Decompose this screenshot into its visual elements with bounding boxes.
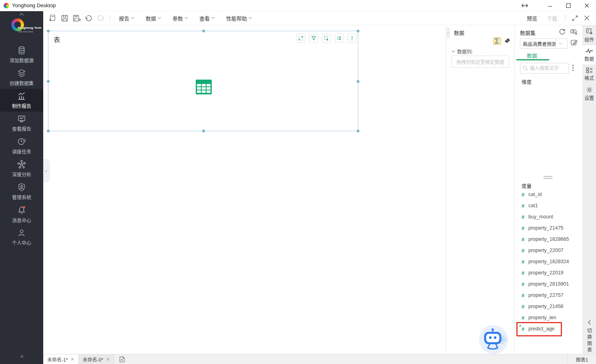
menu-report[interactable]: 报告 [113, 11, 140, 25]
sidebar-item-view-report[interactable]: 查看报告 [0, 112, 43, 134]
sidebar-item-deep-analysis[interactable]: 深度分析 [0, 157, 43, 180]
save-as-button[interactable] [70, 13, 82, 23]
close-tab-icon[interactable]: ✕ [106, 357, 110, 362]
sidebar-item-management-system[interactable]: 管理系统 [0, 180, 43, 203]
resize-handle-e[interactable] [357, 80, 359, 83]
report-canvas[interactable]: 表 [43, 25, 446, 354]
measure-item[interactable]: A# property_1628665 [515, 234, 583, 245]
edit-dataset-button[interactable] [570, 39, 578, 48]
resize-handle-se[interactable] [357, 130, 359, 132]
measure-item[interactable]: A# buy_mount [515, 211, 583, 222]
new-page-button[interactable] [119, 356, 125, 363]
dataset-panel: 数据集 商品消费者预测 数据 [514, 25, 582, 354]
dataset-panel-title: 数据集 [520, 29, 536, 36]
measure-name: property_1628324 [528, 259, 569, 264]
blend-data-icon[interactable] [570, 28, 578, 37]
table-component[interactable]: 表 [48, 31, 358, 131]
resize-handle-sw[interactable] [47, 130, 50, 132]
drop-zone[interactable]: 拖拽列到这里绑定数据 [452, 56, 509, 68]
sidebar-collapse-up[interactable] [0, 11, 43, 18]
panel-splitter-handle[interactable] [544, 176, 552, 179]
sidebar-collapse-left[interactable]: « [20, 353, 23, 359]
preview-button[interactable]: 预览 [522, 14, 542, 22]
dataset-select[interactable]: 商品消费者预测 [520, 38, 568, 49]
ai-assistant-button[interactable] [479, 325, 508, 354]
search-input[interactable] [530, 66, 566, 71]
measure-item[interactable]: A# property_len [515, 312, 583, 323]
measure-name: buy_mount [528, 214, 553, 220]
number-field-icon: A# [522, 203, 528, 209]
measure-item[interactable]: A# property_22757 [515, 290, 583, 301]
maximize-component-button[interactable] [296, 34, 305, 43]
maximize-button[interactable] [559, 0, 578, 11]
filter-button[interactable] [309, 34, 318, 43]
aggregate-sigma-button[interactable] [493, 37, 501, 45]
measure-item[interactable]: A# predict_age [515, 323, 583, 334]
titlebar: Yonghong Desktop [0, 0, 596, 11]
sidebar-item-make-report[interactable]: 制作报告 [0, 89, 43, 112]
resize-handle-ne[interactable] [357, 30, 359, 32]
measure-item[interactable]: A# property_21458 [515, 301, 583, 312]
save-button[interactable] [58, 13, 70, 23]
measure-item[interactable]: A# cat1 [515, 200, 583, 211]
sidebar-item-add-datasource[interactable]: 添加数据源 [0, 43, 43, 66]
menu-data[interactable]: 数据 [140, 11, 167, 25]
sidebar-expand-flap[interactable]: › [43, 159, 50, 182]
collapse-panel-tab[interactable]: › [446, 28, 450, 38]
format-grid-icon [586, 67, 593, 73]
resize-handle-nw[interactable] [47, 30, 50, 32]
measure-item[interactable]: A# property_1628324 [515, 256, 583, 267]
close-editor-button[interactable] [581, 13, 593, 23]
more-options-button[interactable] [347, 34, 357, 43]
rail-tab-components[interactable]: 组件 [582, 25, 596, 45]
eraser-button[interactable] [504, 38, 511, 46]
close-window-button[interactable] [578, 0, 596, 11]
fullscreen-icon[interactable] [569, 13, 581, 23]
download-button[interactable]: 下载 [542, 14, 562, 22]
measure-item[interactable]: A# cat_id [515, 189, 583, 200]
left-nav-sidebar: Yonghong Tech Talk with Data 添加数据源 创建数据集 [0, 11, 43, 364]
rail-tab-settings[interactable]: 设置 [582, 84, 596, 104]
switch-chart-control[interactable]: 切换图表 [582, 320, 596, 354]
redo-button[interactable] [94, 13, 106, 23]
resize-horizontal-icon[interactable] [522, 0, 528, 11]
measure-item[interactable]: A# property_21475 [515, 222, 583, 234]
resize-handle-w[interactable] [47, 80, 50, 83]
sidebar-item-personal-center[interactable]: 个人中心 [0, 226, 43, 248]
rail-tab-data[interactable]: 数据 [582, 45, 596, 64]
measure-item[interactable]: A# property_2815901 [515, 278, 583, 290]
minimize-button[interactable] [541, 0, 559, 11]
data-columns-section[interactable]: 数据列: [452, 48, 473, 55]
sidebar-item-schedule-tasks[interactable]: 调度任务 [0, 134, 43, 157]
menu-view[interactable]: 查看 [194, 11, 221, 25]
page-tab-1[interactable]: 未命名-1* ✕ [43, 354, 79, 364]
page-tab-0[interactable]: 未命名-0* ✕ [79, 354, 114, 364]
measure-item[interactable]: A# property_22019 [515, 267, 583, 278]
measure-item[interactable]: A# property_22007 [515, 245, 583, 256]
field-options-button[interactable] [572, 64, 574, 73]
measure-name: property_len [528, 315, 556, 320]
menu-performance-help[interactable]: 性能帮助 [221, 11, 258, 25]
sidebar-item-message-center[interactable]: 消息中心 [0, 203, 43, 226]
menu-parameters[interactable]: 参数 [167, 11, 194, 25]
clock-icon [17, 137, 26, 146]
bind-data-list-button[interactable] [335, 34, 344, 43]
new-report-button[interactable] [46, 13, 58, 23]
logo-subtitle: Talk with Data [18, 30, 33, 33]
resize-handle-s[interactable] [202, 130, 205, 132]
table-placeholder-icon [196, 80, 212, 96]
tab-data[interactable]: 数据 [527, 52, 537, 59]
select-area-button[interactable] [322, 34, 331, 43]
search-box[interactable] [520, 63, 569, 74]
layers-icon [17, 68, 26, 78]
measure-name: property_22757 [528, 292, 564, 298]
right-settings-rail: 组件 数据 格式 设置 [582, 25, 596, 354]
rail-tab-format[interactable]: 格式 [582, 64, 596, 84]
sidebar-item-create-dataset[interactable]: 创建数据集 [0, 66, 43, 89]
undo-button[interactable] [82, 13, 94, 23]
resize-handle-n[interactable] [202, 30, 205, 32]
refresh-dataset-icon[interactable] [559, 28, 566, 37]
chevron-down-icon[interactable] [556, 39, 565, 48]
close-tab-icon[interactable]: ✕ [70, 357, 74, 362]
measure-name: property_21475 [528, 225, 564, 231]
